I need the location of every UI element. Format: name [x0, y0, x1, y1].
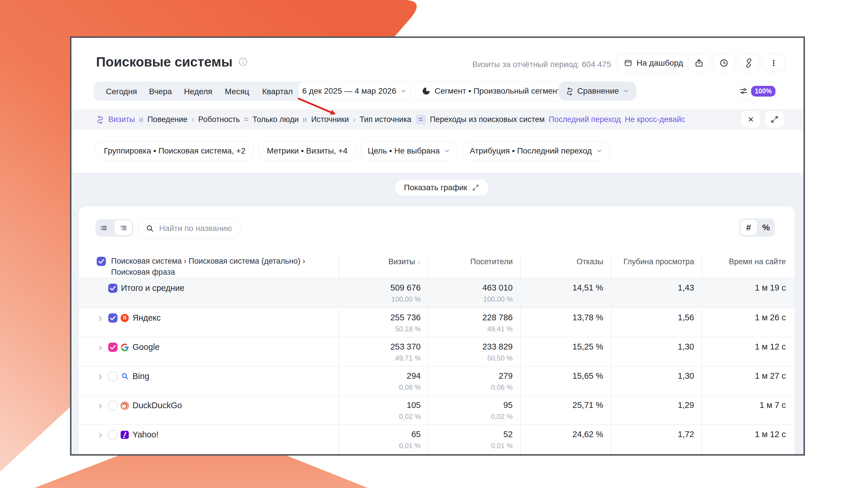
- visits-period-summary: Визиты за отчётный период: 604 475: [447, 60, 611, 69]
- screenshot-canvas: Поисковые системы Визиты за отчётный пер…: [0, 0, 868, 488]
- expand-icon: [771, 116, 779, 124]
- filter-value-people-only[interactable]: Только люди: [253, 115, 299, 124]
- attribution-link[interactable]: Последний переход: [549, 115, 621, 124]
- more-menu-button[interactable]: [763, 54, 785, 72]
- annotation-arrow: [294, 96, 346, 122]
- date-tab-quarter[interactable]: Квартал: [262, 87, 293, 96]
- filter-value-search-traffic[interactable]: Переходы из поисковых систем: [430, 115, 545, 124]
- column-header-time[interactable]: Время на сайте: [702, 257, 795, 266]
- compare-icon: [566, 87, 574, 95]
- row-name[interactable]: Google: [132, 342, 160, 352]
- expand-row-icon[interactable]: [97, 403, 103, 410]
- expand-segmentation-button[interactable]: [765, 110, 785, 128]
- column-header-depth[interactable]: Глубина просмотра: [611, 257, 702, 266]
- totals-checkbox[interactable]: [108, 284, 118, 293]
- row-depth: 1,56: [611, 313, 702, 322]
- to-dashboard-button[interactable]: На дашборд: [616, 54, 691, 72]
- compare-selector[interactable]: Сравнение: [559, 82, 636, 101]
- sampling-badge: 100%: [751, 86, 776, 97]
- goal-chip[interactable]: Цель • Не выбрана: [361, 141, 458, 160]
- filter-attr-source-type[interactable]: Тип источника: [360, 115, 411, 124]
- row-checkbox[interactable]: [108, 343, 118, 352]
- totals-visitors-share: 100,00 %: [428, 295, 520, 303]
- column-header-visitors[interactable]: Посетители: [428, 257, 520, 266]
- row-time: 1 м 27 с: [702, 371, 795, 381]
- row-name[interactable]: Yahoo!: [132, 430, 159, 440]
- flat-list-icon[interactable]: [100, 224, 107, 232]
- row-visitors: 95: [428, 400, 520, 410]
- row-time: 1 м 26 с: [702, 313, 795, 322]
- filter-metric-link[interactable]: Визиты: [108, 115, 135, 124]
- expand-row-icon[interactable]: [97, 432, 103, 438]
- google-icon: [120, 343, 129, 352]
- expand-row-icon[interactable]: [97, 345, 103, 351]
- row-name[interactable]: Яндекс: [132, 313, 161, 323]
- filter-group-behavior[interactable]: Поведение: [147, 115, 187, 124]
- percent-format-option[interactable]: %: [757, 218, 775, 237]
- hash-format-option[interactable]: #: [739, 218, 758, 237]
- row-checkbox[interactable]: [108, 372, 118, 381]
- row-time: 1 м 7 с: [702, 400, 795, 410]
- link-icon: [744, 58, 753, 68]
- export-button[interactable]: [688, 54, 710, 72]
- date-tab-yesterday[interactable]: Вчера: [149, 87, 172, 96]
- row-visits: 294: [339, 371, 428, 381]
- row-divider: [79, 337, 795, 337]
- row-checkbox[interactable]: [108, 314, 118, 323]
- dimension-column-header[interactable]: Поисковая система › Поисковая система (д…: [111, 256, 337, 278]
- row-name[interactable]: DuckDuckGo: [132, 401, 182, 410]
- row-visitors-share: 49,41 %: [428, 325, 520, 333]
- row-bounce: 25,71 %: [520, 400, 611, 410]
- grouping-chip[interactable]: Группировка • Поисковая система, +2: [95, 141, 254, 160]
- segment-selector[interactable]: Сегмент • Произвольный сегмент: [414, 82, 579, 101]
- app-window: Поисковые системы Визиты за отчётный пер…: [70, 36, 805, 456]
- totals-time: 1 м 19 с: [702, 283, 795, 293]
- breadcrumb-separator: ›: [191, 115, 194, 124]
- row-checkbox[interactable]: [108, 430, 118, 440]
- chevron-down-icon: [622, 88, 629, 95]
- row-visits: 253 370: [339, 342, 428, 352]
- clear-segmentation-button[interactable]: [741, 110, 761, 128]
- row-bounce: 24,62 %: [520, 430, 611, 439]
- bing-icon: [121, 372, 129, 381]
- totals-visitors: 463 010: [428, 283, 520, 293]
- chevron-down-icon: [400, 88, 407, 95]
- expand-row-icon[interactable]: [97, 316, 103, 322]
- show-chart-button[interactable]: Показать график: [395, 179, 488, 196]
- table-search[interactable]: [138, 218, 241, 238]
- expand-row-icon[interactable]: [97, 374, 103, 380]
- yahoo-icon: [120, 430, 129, 439]
- compare-purple-icon: [96, 115, 104, 124]
- attribution-chip[interactable]: Атрибуция • Последний переход: [462, 141, 610, 160]
- row-visits: 65: [339, 430, 428, 439]
- equals-sign: =: [244, 115, 249, 124]
- date-tab-week[interactable]: Неделя: [184, 87, 212, 96]
- date-tab-today[interactable]: Сегодня: [106, 87, 137, 96]
- filter-attr-robots[interactable]: Роботность: [198, 115, 240, 124]
- totals-visits-share: 100,00 %: [339, 295, 428, 303]
- row-depth: 1,72: [611, 430, 702, 439]
- view-mode-toggle[interactable]: [95, 219, 133, 236]
- expand-chart-icon: [472, 184, 479, 191]
- row-name[interactable]: Bing: [132, 371, 149, 381]
- tree-list-icon[interactable]: [120, 224, 127, 232]
- number-format-toggle[interactable]: # %: [739, 218, 775, 237]
- date-tab-month[interactable]: Месяц: [225, 87, 249, 96]
- column-header-bounce[interactable]: Отказы: [520, 257, 611, 266]
- copy-link-button[interactable]: [738, 54, 760, 72]
- row-divider: [79, 366, 795, 366]
- share-icon: [694, 58, 704, 68]
- row-visitors: 233 829: [428, 342, 520, 352]
- cross-device-link[interactable]: Не кросс-девайс: [625, 115, 685, 124]
- sampling-settings-button[interactable]: 100%: [739, 82, 776, 101]
- search-input[interactable]: [159, 224, 232, 233]
- column-header-visits[interactable]: Визиты ↓: [339, 257, 428, 266]
- table-card: # % Поисковая система › Поисковая систем…: [79, 206, 795, 454]
- metrics-chip[interactable]: Метрики • Визиты, +4: [258, 141, 356, 160]
- info-icon[interactable]: [239, 57, 248, 66]
- row-checkbox[interactable]: [108, 401, 118, 410]
- kebab-icon: [769, 58, 778, 68]
- row-depth: 1,30: [611, 342, 702, 352]
- history-button[interactable]: [713, 54, 735, 72]
- select-all-checkbox[interactable]: [97, 257, 106, 266]
